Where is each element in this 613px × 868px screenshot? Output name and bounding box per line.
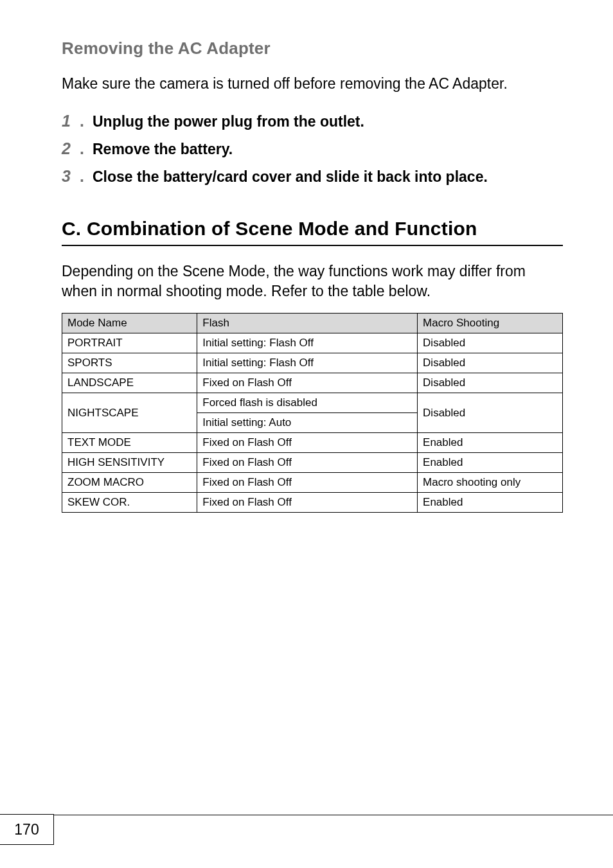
sub-heading: Removing the AC Adapter (62, 39, 563, 58)
table-row: SKEW COR. Fixed on Flash Off Enabled (62, 493, 563, 513)
page-number: 170 (0, 814, 54, 845)
footer-rule (54, 815, 613, 815)
cell-mode: HIGH SENSITIVITY (62, 453, 197, 473)
cell-macro: Enabled (418, 433, 563, 453)
scene-mode-table: Mode Name Flash Macro Shooting PORTRAIT … (62, 313, 563, 513)
step-text: Unplug the power plug from the outlet. (93, 112, 364, 132)
cell-flash: Fixed on Flash Off (197, 493, 418, 513)
step-dot: . (80, 112, 93, 130)
cell-flash: Initial setting: Flash Off (197, 353, 418, 373)
cell-flash: Fixed on Flash Off (197, 453, 418, 473)
cell-mode: NIGHTSCAPE (62, 393, 197, 433)
cell-mode: LANDSCAPE (62, 373, 197, 393)
cell-flash: Fixed on Flash Off (197, 373, 418, 393)
cell-flash: Forced flash is disabled (197, 393, 418, 413)
col-header-macro: Macro Shooting (418, 314, 563, 333)
table-header-row: Mode Name Flash Macro Shooting (62, 314, 563, 333)
cell-flash: Initial setting: Flash Off (197, 333, 418, 353)
table-row: HIGH SENSITIVITY Fixed on Flash Off Enab… (62, 453, 563, 473)
table-intro: Depending on the Scene Mode, the way fun… (62, 261, 563, 301)
step-item: 3 . Close the battery/card cover and sli… (62, 167, 563, 187)
cell-mode: ZOOM MACRO (62, 473, 197, 493)
cell-mode: SPORTS (62, 353, 197, 373)
cell-mode: SKEW COR. (62, 493, 197, 513)
step-item: 2 . Remove the battery. (62, 139, 563, 159)
intro-text: Make sure the camera is turned off befor… (62, 74, 563, 94)
cell-macro: Disabled (418, 353, 563, 373)
table-row: ZOOM MACRO Fixed on Flash Off Macro shoo… (62, 473, 563, 493)
table-row: PORTRAIT Initial setting: Flash Off Disa… (62, 333, 563, 353)
step-text: Remove the battery. (93, 139, 233, 159)
step-number: 1 (62, 112, 80, 130)
cell-flash: Fixed on Flash Off (197, 473, 418, 493)
table-row: NIGHTSCAPE Forced flash is disabled Disa… (62, 393, 563, 413)
cell-flash: Fixed on Flash Off (197, 433, 418, 453)
cell-macro: Macro shooting only (418, 473, 563, 493)
step-number: 2 (62, 139, 80, 158)
cell-macro: Enabled (418, 493, 563, 513)
table-row: LANDSCAPE Fixed on Flash Off Disabled (62, 373, 563, 393)
cell-macro: Disabled (418, 373, 563, 393)
step-dot: . (80, 139, 93, 158)
cell-macro: Enabled (418, 453, 563, 473)
step-number: 3 (62, 167, 80, 186)
cell-mode: TEXT MODE (62, 433, 197, 453)
col-header-mode: Mode Name (62, 314, 197, 333)
cell-macro: Disabled (418, 393, 563, 433)
section-heading: C. Combination of Scene Mode and Functio… (62, 218, 563, 246)
steps-list: 1 . Unplug the power plug from the outle… (62, 112, 563, 187)
table-row: TEXT MODE Fixed on Flash Off Enabled (62, 433, 563, 453)
cell-macro: Disabled (418, 333, 563, 353)
step-dot: . (80, 167, 93, 186)
step-item: 1 . Unplug the power plug from the outle… (62, 112, 563, 132)
cell-mode: PORTRAIT (62, 333, 197, 353)
table-row: SPORTS Initial setting: Flash Off Disabl… (62, 353, 563, 373)
step-text: Close the battery/card cover and slide i… (93, 167, 488, 187)
col-header-flash: Flash (197, 314, 418, 333)
cell-flash: Initial setting: Auto (197, 413, 418, 433)
